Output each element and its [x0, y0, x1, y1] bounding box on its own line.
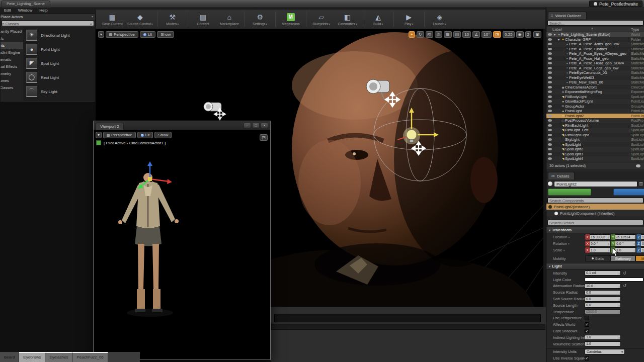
transform-section-header[interactable]: ▾Transform: [546, 227, 644, 233]
chevron-down-icon[interactable]: ▾: [329, 23, 330, 26]
menu-help[interactable]: Help: [39, 8, 47, 14]
world-outliner-tab[interactable]: ≡ World Outliner: [548, 12, 587, 19]
add-component-button[interactable]: [548, 189, 591, 196]
place-actor-spot-light[interactable]: ◤Spot Light: [26, 56, 95, 70]
outliner-row[interactable]: ⧉GroupActorGroupAc: [546, 104, 644, 109]
asset-tab-eyebrows[interactable]: Eyebrows: [19, 352, 45, 362]
close-button[interactable]: ×: [261, 123, 268, 128]
outliner-row[interactable]: ◉CineCameraActor1CineCam: [546, 85, 644, 90]
rotate-tool-icon[interactable]: ↻: [417, 31, 424, 38]
visibility-eye-icon[interactable]: [548, 148, 552, 150]
outliner-row[interactable]: ●GlowBackPLightPointLig: [546, 99, 644, 104]
light-property-field[interactable]: 1.0↕: [585, 335, 621, 340]
mobility-movable-button[interactable]: Movable: [635, 255, 644, 261]
visibility-eye-icon[interactable]: [548, 57, 552, 60]
outliner-row[interactable]: ◥SpotLightSpotLigh: [546, 142, 644, 147]
scale-snap-icon[interactable]: ◲: [493, 31, 501, 38]
outliner-row[interactable]: ▪Pete_A_Pose_Head_geo_SDiv4StaticMes: [546, 61, 644, 66]
viewport-perspective-button[interactable]: Perspective: [103, 132, 136, 138]
rotation-snap-value[interactable]: 10°: [481, 31, 492, 38]
viewport-lit-button[interactable]: Lit: [137, 132, 153, 138]
axis-x-field[interactable]: 0.0 °↕: [590, 241, 610, 246]
category-lights[interactable]: Lights: [1, 42, 23, 49]
minimize-button[interactable]: –: [244, 123, 251, 128]
category-basic[interactable]: Basic: [1, 35, 23, 42]
light-property-field[interactable]: 1.0↕: [585, 341, 621, 346]
actor-name-field[interactable]: PointLight2: [554, 181, 637, 187]
spinner-icon[interactable]: ↕: [618, 298, 620, 301]
category-geometry[interactable]: Geometry: [1, 70, 23, 77]
viewport-options-dropdown[interactable]: ▾: [98, 31, 104, 38]
chevron-down-icon[interactable]: ▾: [266, 23, 267, 26]
axis-x-field[interactable]: 16.33083↕: [590, 234, 610, 240]
spinner-icon[interactable]: ↕: [618, 304, 620, 307]
toolbar-settings-button[interactable]: ⚙Settings▾: [249, 13, 271, 26]
visibility-eye-icon[interactable]: [548, 153, 552, 155]
spinner-icon[interactable]: ↕: [608, 249, 609, 252]
checkbox[interactable]: ✓: [585, 322, 589, 327]
light-property-field[interactable]: 0.0↕: [585, 290, 621, 295]
outliner-row[interactable]: ▪Pete_A_Pose_Hat_geoStaticMes: [546, 56, 644, 61]
rotation-snap-icon[interactable]: ∠: [472, 31, 480, 38]
viewport2-tab[interactable]: Viewport 2: [96, 123, 124, 130]
chevron-down-icon[interactable]: ▾: [568, 236, 570, 239]
place-actor-rect-light[interactable]: ◯Rect Light: [26, 70, 95, 84]
view-options-eye-icon[interactable]: [636, 164, 640, 167]
axis-z-field[interactable]: 1.0↕: [641, 247, 644, 253]
menu-window[interactable]: Window: [18, 8, 32, 14]
visibility-eye-icon[interactable]: [548, 81, 552, 83]
spinner-icon[interactable]: ↕: [618, 343, 620, 346]
chevron-down-icon[interactable]: ▾: [92, 15, 93, 20]
asset-tab-eyelashes[interactable]: Eyelashes: [45, 352, 72, 362]
spinner-icon[interactable]: ↕: [618, 336, 620, 339]
camera-speed-value[interactable]: 2: [525, 31, 531, 38]
outliner-row[interactable]: ▾✦Pete_Lighting_Scene (Editor)World: [546, 32, 644, 37]
chevron-down-icon[interactable]: ▾: [568, 242, 570, 245]
place-actor-point-light[interactable]: ●Point Light: [26, 42, 95, 56]
visibility-eye-icon[interactable]: [548, 119, 552, 122]
visibility-eye-icon[interactable]: [548, 143, 552, 146]
checkbox[interactable]: ✓: [585, 356, 589, 360]
place-actor-directional-light[interactable]: ☀Directional Light: [26, 28, 95, 42]
place-actors-search-input[interactable]: Search Classes ⌕: [2, 21, 94, 26]
category-all-classes[interactable]: All Classes: [1, 84, 23, 92]
chevron-down-icon[interactable]: ▾: [177, 23, 179, 26]
component-row-instance[interactable]: PointLight2(Instance): [546, 204, 644, 210]
world-coordinate-icon[interactable]: ◎: [435, 31, 442, 38]
visibility-eye-icon[interactable]: [548, 124, 552, 127]
spinner-icon[interactable]: ↕: [618, 285, 620, 288]
viewport-show-button[interactable]: Show: [154, 132, 172, 138]
light-property-field[interactable]: 0.1 cd↕: [585, 270, 621, 276]
visibility-eye-icon[interactable]: [548, 115, 552, 117]
spinner-icon[interactable]: ↕: [618, 311, 620, 314]
outliner-row[interactable]: ◥RimLight_LeftSpotLigh: [546, 128, 644, 133]
lock-icon[interactable]: [639, 182, 643, 186]
outliner-row[interactable]: ◥RimBackLightSpotLigh: [546, 123, 644, 128]
outliner-search-input[interactable]: Search...: [547, 20, 643, 26]
viewport-lit-button[interactable]: Lit: [140, 31, 155, 38]
toolbar-build-button[interactable]: ◭Build▾: [367, 13, 389, 26]
axis-x-field[interactable]: 1.0↕: [590, 247, 610, 253]
outliner-row[interactable]: ▪Pete_A_Pose_Legs_geo_lowStaticMes: [546, 66, 644, 71]
category-cinematic[interactable]: Cinematic: [1, 56, 23, 63]
spinner-icon[interactable]: ↕: [608, 236, 609, 239]
axis-y-field[interactable]: -5.12514↕: [615, 234, 636, 240]
collapsed-content-bar-2[interactable]: [271, 324, 545, 330]
chevron-down-icon[interactable]: ▾: [151, 23, 153, 26]
light-property-field[interactable]: 0.0↕: [585, 303, 621, 308]
asset-tab-beard[interactable]: Beard: [0, 352, 19, 362]
chevron-down-icon[interactable]: ▾: [356, 23, 357, 26]
toolbar-launch-button[interactable]: ◈Launch▾: [429, 13, 451, 26]
toolbar-cinematics-button[interactable]: ◧Cinematics▾: [337, 13, 359, 26]
visibility-eye-icon[interactable]: [548, 33, 552, 36]
chevron-down-icon[interactable]: ▾: [564, 249, 565, 252]
scale-snap-value[interactable]: 0.25: [503, 31, 515, 38]
place-actor-sky-light[interactable]: ⌒Sky Light: [26, 84, 95, 99]
viewport2-window[interactable]: Viewport 2 –□×: [93, 121, 271, 360]
details-tab[interactable]: ≔ Details: [548, 172, 575, 179]
scale-tool-icon[interactable]: ◱: [426, 31, 434, 38]
collapsed-content-bar[interactable]: [274, 314, 541, 322]
visibility-eye-icon[interactable]: [548, 38, 552, 41]
visibility-eye-icon[interactable]: [548, 67, 552, 69]
reset-to-default-icon[interactable]: ↺: [623, 271, 626, 276]
